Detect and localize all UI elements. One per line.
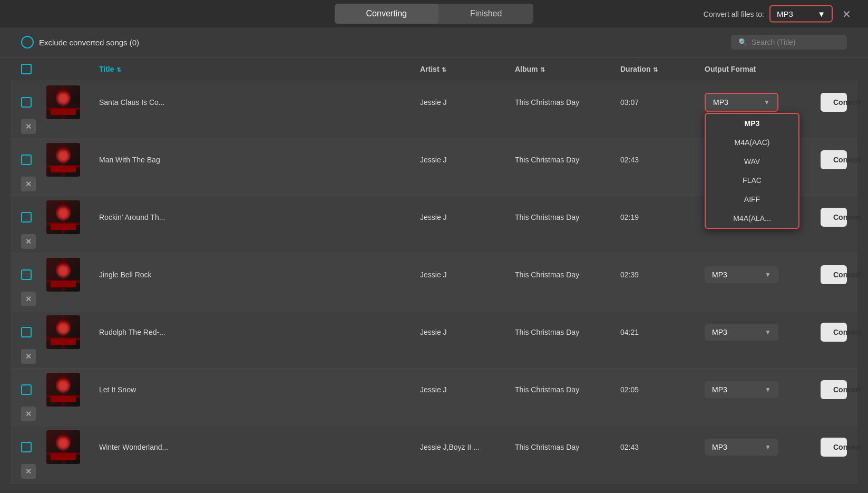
artist-sort-icon: ⇅ bbox=[442, 66, 446, 73]
format-dropdown-btn-4[interactable]: MP3 ▼ bbox=[705, 266, 778, 283]
svg-point-3 bbox=[59, 93, 67, 101]
convert-button-7[interactable]: Convert bbox=[821, 438, 847, 457]
svg-point-26 bbox=[56, 320, 71, 334]
cell-artist-6: Jessie J bbox=[420, 385, 515, 394]
convert-button-1[interactable]: Convert bbox=[821, 93, 847, 112]
svg-point-20 bbox=[56, 262, 71, 277]
cell-title-2: Man With The Bag bbox=[99, 156, 420, 164]
cell-album-7: This Christmas Day bbox=[515, 443, 620, 451]
col-output: Output Format bbox=[705, 65, 821, 73]
exclude-group: Exclude converted songs (0) bbox=[21, 36, 139, 49]
format-dropdown-btn-7[interactable]: MP3 ▼ bbox=[705, 439, 778, 456]
cell-artist-4: Jessie J bbox=[420, 270, 515, 279]
format-all-value: MP3 bbox=[777, 9, 793, 18]
cell-title-5: Rudolph The Red-... bbox=[99, 328, 420, 336]
tab-group: Converting Finished bbox=[335, 4, 534, 24]
svg-rect-11 bbox=[62, 143, 65, 177]
search-input[interactable] bbox=[752, 38, 836, 46]
convert-all-label: Convert all files to: bbox=[704, 9, 764, 18]
header-checkbox[interactable] bbox=[21, 64, 32, 74]
cell-title-6: Let It Snow bbox=[99, 385, 420, 394]
svg-rect-41 bbox=[62, 430, 65, 464]
convert-button-4[interactable]: Convert bbox=[821, 265, 847, 284]
dropdown-option-WAV[interactable]: WAV bbox=[706, 152, 798, 171]
chevron-down-icon: ▼ bbox=[765, 443, 771, 451]
cell-duration-5: 04:21 bbox=[620, 328, 705, 336]
row-checkbox-6[interactable] bbox=[21, 384, 32, 395]
svg-rect-35 bbox=[62, 373, 65, 407]
cell-title-4: Jingle Bell Rock bbox=[99, 270, 420, 279]
dropdown-option-M4AAAC[interactable]: M4A(AAC) bbox=[706, 133, 798, 152]
dropdown-option-FLAC[interactable]: FLAC bbox=[706, 171, 798, 190]
row-checkbox-4[interactable] bbox=[21, 269, 32, 280]
svg-rect-1 bbox=[46, 85, 80, 119]
convert-button-6[interactable]: Convert bbox=[821, 380, 847, 399]
dropdown-option-M4AALA[interactable]: M4A(ALA... bbox=[706, 209, 798, 228]
remove-button-6[interactable]: ✕ bbox=[21, 407, 36, 421]
track-thumbnail-3 bbox=[46, 200, 80, 234]
row-checkbox-2[interactable] bbox=[21, 154, 32, 165]
exclude-circle-icon[interactable] bbox=[21, 36, 34, 49]
track-thumbnail-7 bbox=[46, 430, 80, 464]
svg-point-9 bbox=[59, 150, 67, 159]
col-album[interactable]: Album⇅ bbox=[515, 65, 620, 73]
table-row: Santa Claus Is Co... Jessie J This Chris… bbox=[11, 81, 857, 139]
format-all-selector[interactable]: MP3 ▼ bbox=[769, 5, 833, 23]
format-dropdown-btn-5[interactable]: MP3 ▼ bbox=[705, 324, 778, 341]
dropdown-option-MP3[interactable]: MP3 bbox=[706, 114, 798, 133]
track-thumbnail-4 bbox=[46, 258, 80, 292]
col-title[interactable]: Title⇅ bbox=[99, 65, 420, 73]
format-dropdown-wrapper-5: MP3 ▼ bbox=[705, 324, 821, 341]
chevron-down-icon: ▼ bbox=[817, 9, 825, 18]
convert-button-3[interactable]: Convert bbox=[821, 208, 847, 227]
remove-button-5[interactable]: ✕ bbox=[21, 349, 36, 364]
col-duration[interactable]: Duration⇅ bbox=[620, 65, 705, 73]
cell-album-3: This Christmas Day bbox=[515, 213, 620, 221]
remove-button-4[interactable]: ✕ bbox=[21, 292, 36, 306]
col-artist[interactable]: Artist⇅ bbox=[420, 65, 515, 73]
exclude-label: Exclude converted songs (0) bbox=[39, 38, 139, 47]
remove-button-3[interactable]: ✕ bbox=[21, 234, 36, 249]
svg-rect-5 bbox=[62, 85, 65, 119]
svg-rect-31 bbox=[46, 373, 80, 407]
cell-album-1: This Christmas Day bbox=[515, 98, 620, 107]
format-dropdown-wrapper-7: MP3 ▼ bbox=[705, 439, 821, 456]
format-dropdown-btn-6[interactable]: MP3 ▼ bbox=[705, 381, 778, 398]
cell-album-2: This Christmas Day bbox=[515, 156, 620, 164]
table-body: Santa Claus Is Co... Jessie J This Chris… bbox=[11, 81, 857, 484]
row-checkbox-1[interactable] bbox=[21, 97, 32, 108]
close-button[interactable]: ✕ bbox=[838, 5, 855, 22]
svg-rect-13 bbox=[46, 200, 80, 234]
duration-sort-icon: ⇅ bbox=[653, 66, 658, 73]
format-dropdown-wrapper-6: MP3 ▼ bbox=[705, 381, 821, 398]
svg-rect-29 bbox=[62, 315, 65, 349]
cell-duration-2: 02:43 bbox=[620, 156, 705, 164]
svg-point-14 bbox=[56, 205, 71, 219]
format-dropdown-wrapper-4: MP3 ▼ bbox=[705, 266, 821, 283]
dropdown-option-AIFF[interactable]: AIFF bbox=[706, 190, 798, 209]
tab-finished[interactable]: Finished bbox=[438, 4, 533, 24]
svg-point-32 bbox=[56, 377, 71, 392]
chevron-down-icon: ▼ bbox=[764, 99, 770, 106]
cell-artist-2: Jessie J bbox=[420, 156, 515, 164]
title-sort-icon: ⇅ bbox=[116, 66, 121, 73]
convert-button-5[interactable]: Convert bbox=[821, 323, 847, 342]
format-value-5: MP3 bbox=[712, 328, 727, 336]
table-row: Let It Snow Jessie J This Christmas Day … bbox=[11, 369, 857, 426]
row-checkbox-7[interactable] bbox=[21, 442, 32, 452]
table-header: Title⇅ Artist⇅ Album⇅ Duration⇅ Output F… bbox=[11, 57, 857, 81]
format-dropdown-btn-1[interactable]: MP3 ▼ bbox=[705, 93, 778, 112]
table-row: Jingle Bell Rock Jessie J This Christmas… bbox=[11, 254, 857, 311]
remove-button-1[interactable]: ✕ bbox=[21, 119, 36, 134]
cell-duration-3: 02:19 bbox=[620, 213, 705, 221]
row-checkbox-3[interactable] bbox=[21, 212, 32, 223]
remove-button-7[interactable]: ✕ bbox=[21, 464, 36, 479]
convert-button-2[interactable]: Convert bbox=[821, 150, 847, 169]
search-icon: 🔍 bbox=[738, 38, 747, 46]
tab-converting[interactable]: Converting bbox=[335, 4, 438, 24]
remove-button-2[interactable]: ✕ bbox=[21, 177, 36, 191]
track-thumbnail-1 bbox=[46, 85, 80, 119]
track-thumbnail-6 bbox=[46, 373, 80, 407]
svg-point-21 bbox=[59, 265, 67, 274]
row-checkbox-5[interactable] bbox=[21, 327, 32, 337]
